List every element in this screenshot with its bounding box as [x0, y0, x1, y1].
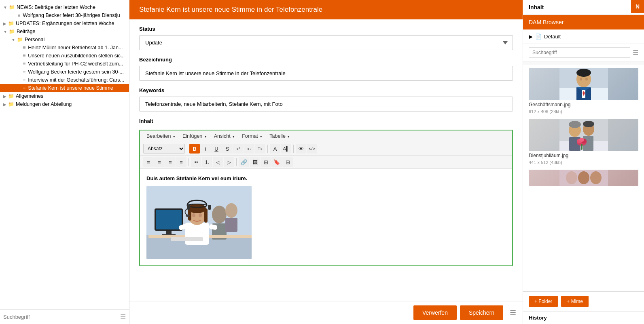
source-button[interactable]: </> [307, 144, 317, 154]
outdent-button[interactable]: ◁ [213, 157, 223, 167]
article-title: Stefanie Kern ist unsere neue Stimme in … [139, 6, 322, 13]
asset-thumb-geschaeftsmann[interactable] [529, 68, 638, 100]
sidebar-item-allgemeines[interactable]: ▶ 📁 Allgemeines [0, 92, 129, 100]
sidebar-item-doc4[interactable]: ≡ Wolfgang Becker feierte gestern sein 3… [0, 68, 129, 76]
verwerfen-button[interactable]: Verwerfen [413, 305, 457, 320]
text-format-group: B I U S x² x₂ Tx [189, 144, 265, 154]
dam-search-input[interactable] [529, 47, 630, 58]
sidebar-item-doc2[interactable]: ≡ Unsere neuen Auszubildenden stellen si… [0, 52, 129, 60]
article-header: Stefanie Kern ist unsere neue Stimme in … [129, 0, 523, 19]
folder-icon: 📁 [17, 37, 23, 42]
superscript-button[interactable]: x² [233, 144, 244, 154]
bold-button[interactable]: B [189, 144, 200, 154]
sidebar-item-label: Wolfgang Becker feiert 30-jähriges Diens… [23, 13, 120, 18]
align-right-button[interactable]: ≡ [165, 157, 176, 167]
dam-folder-icon: 📄 [535, 34, 542, 40]
dam-assets-list: Geschäftsmann.jpg 612 x 406 (28kb) [523, 65, 644, 291]
dam-browser-header: DAM Browser [523, 15, 644, 29]
ordered-list-button[interactable]: 1. [202, 157, 212, 167]
speichern-button[interactable]: Speichern [460, 305, 503, 320]
editor-menubar: Bearbeiten ▾ Einfügen ▾ Ansicht ▾ Format… [140, 130, 512, 142]
panel-title: Inhalt [523, 0, 644, 15]
preview-button[interactable]: 👁 [296, 144, 306, 154]
status-label: Status [139, 26, 513, 32]
align-center-button[interactable]: ≡ [154, 157, 165, 167]
font-color-button[interactable]: A [270, 144, 280, 154]
svg-point-16 [187, 204, 207, 207]
special-char-button[interactable]: ⊟ [282, 157, 293, 167]
unordered-list-button[interactable]: •• [191, 157, 201, 167]
strikethrough-button[interactable]: S [222, 144, 233, 154]
keywords-input[interactable] [139, 97, 513, 112]
subscript-button[interactable]: x₂ [244, 144, 254, 154]
sidebar-item-news[interactable]: ▼ 📁 NEWS: Beiträge der letzten Woche [0, 3, 129, 11]
dam-tree: ▶ 📄 Default [523, 29, 644, 44]
svg-rect-18 [208, 205, 211, 210]
asset-thumb-3[interactable] [529, 170, 638, 186]
align-justify-button[interactable]: ≡ [176, 157, 186, 167]
svg-rect-17 [187, 205, 190, 210]
sidebar-menu-icon[interactable]: ☰ [120, 313, 126, 321]
sidebar-item-label: Meldungen der Abteilung [16, 101, 72, 107]
svg-point-20 [192, 213, 195, 217]
menu-tabelle[interactable]: Tabelle ▾ [266, 132, 293, 140]
sidebar-item-label: Stefanie Kern ist unsere neue Stimme [28, 85, 113, 91]
asset-name-2: Dienstjubiläum.jpg [529, 153, 638, 158]
menu-format[interactable]: Format ▾ [239, 132, 265, 140]
folder-button[interactable]: + Folder [529, 296, 558, 307]
sidebar-tree: ▼ 📁 NEWS: Beiträge der letzten Woche ≡ W… [0, 0, 129, 309]
insert-group: 🔗 🖼 ⊞ 🔖 ⊟ [239, 157, 293, 167]
toolbar-separator3 [293, 145, 294, 153]
editor-body[interactable]: Duis autem Stefanie Kern vel eum iriure. [140, 169, 512, 265]
asset-thumb-dienstjubilaeum[interactable] [529, 119, 638, 151]
sidebar-item-doc3[interactable]: ≡ Vertriebsleitung für PH-C2 wechselt zu… [0, 60, 129, 68]
format-select[interactable]: Absatz Überschrift 1 Überschrift 2 [143, 144, 185, 154]
sidebar-item-doc5[interactable]: ≡ Interview mit der Geschäftsführung: Ca… [0, 76, 129, 84]
underline-button[interactable]: U [211, 144, 222, 154]
sidebar-item-news-doc1[interactable]: ≡ Wolfgang Becker feiert 30-jähriges Die… [0, 11, 129, 19]
dam-scroll-spacer [523, 61, 644, 65]
sidebar-item-doc1[interactable]: ≡ Heinz Müller neuer Betriebsrat ab 1. J… [0, 44, 129, 52]
folder-icon: 📁 [9, 4, 15, 10]
bezeichnung-input[interactable] [139, 66, 513, 81]
editor-container: Bearbeiten ▾ Einfügen ▾ Ansicht ▾ Format… [139, 130, 513, 266]
table-insert-button[interactable]: ⊞ [261, 157, 271, 167]
sidebar-item-meldungen[interactable]: ▶ 📁 Meldungen der Abteilung [0, 100, 129, 108]
bottom-menu-icon[interactable]: ☰ [510, 308, 516, 317]
dam-tree-item-default[interactable]: ▶ 📄 Default [529, 34, 638, 40]
indent-button[interactable]: ▷ [224, 157, 234, 167]
toolbar-separator5 [236, 158, 237, 166]
sidebar-item-doc6-active[interactable]: ≡ Stefanie Kern ist unsere neue Stimme [0, 84, 129, 92]
svg-point-51 [578, 171, 589, 184]
align-left-button[interactable]: ≡ [143, 157, 154, 167]
toolbar-separator [187, 145, 187, 153]
svg-point-52 [590, 171, 602, 184]
menu-einfuegen[interactable]: Einfügen ▾ [179, 132, 210, 140]
svg-point-47 [579, 138, 584, 142]
dam-search-bar: ☰ [523, 44, 644, 61]
status-select[interactable]: Update Entwurf Veröffentlicht [139, 35, 513, 50]
bg-color-button[interactable]: A▌ [281, 144, 291, 154]
mime-button[interactable]: + Mime [561, 296, 589, 307]
toolbar-separator2 [267, 145, 268, 153]
sidebar-item-beitraege[interactable]: ▼ 📁 Beiträge [0, 27, 129, 36]
arrow-icon: ▶ [3, 94, 6, 99]
left-sidebar: ▼ 📁 NEWS: Beiträge der letzten Woche ≡ W… [0, 0, 129, 324]
dam-search-menu-icon[interactable]: ☰ [633, 49, 638, 57]
image-button[interactable]: 🖼 [250, 157, 260, 167]
sidebar-item-updates[interactable]: ▶ 📁 UPDATES: Ergänzungen der letzten Woc… [0, 19, 129, 27]
toolbar-separator4 [189, 158, 189, 166]
sidebar-item-label: Allgemeines [16, 93, 43, 99]
svg-point-33 [576, 69, 591, 77]
arrow-icon: ▼ [3, 29, 7, 34]
italic-button[interactable]: I [200, 144, 211, 154]
svg-point-21 [199, 213, 202, 217]
clear-format-button[interactable]: Tx [255, 144, 265, 154]
link-button[interactable]: 🔗 [239, 157, 249, 167]
sidebar-search-input[interactable] [3, 314, 118, 320]
dam-tree-item-label: Default [544, 34, 561, 40]
menu-ansicht[interactable]: Ansicht ▾ [211, 132, 238, 140]
menu-bearbeiten[interactable]: Bearbeiten ▾ [143, 132, 178, 140]
sidebar-item-personal[interactable]: ▼ 📁 Personal [0, 36, 129, 44]
bookmark-button[interactable]: 🔖 [271, 157, 282, 167]
